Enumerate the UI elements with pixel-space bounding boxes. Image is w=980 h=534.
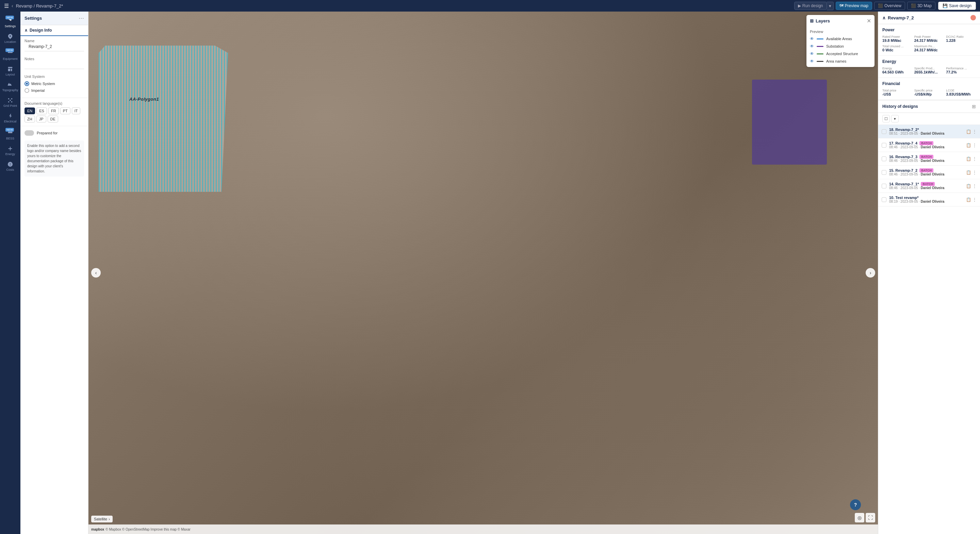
- left-sidebar: NEW Settings Location NEW Equipment Layo…: [0, 11, 21, 267]
- sidebar-item-bess[interactable]: NEW BESS: [2, 127, 19, 142]
- language-section: Document language(s) EN ES FR PT IT ZH J…: [21, 99, 88, 124]
- svg-point-3: [8, 101, 10, 103]
- menu-icon[interactable]: ☰: [4, 3, 9, 9]
- prepared-for-toggle[interactable]: [24, 130, 34, 136]
- lang-btn-fr[interactable]: FR: [48, 108, 59, 114]
- settings-title: Settings: [24, 16, 42, 21]
- sidebar-item-topography[interactable]: Topography: [2, 79, 19, 94]
- lang-btn-it[interactable]: IT: [72, 108, 81, 114]
- unit-label: Unit System: [21, 72, 88, 80]
- unit-system-group: Metric System Imperial: [21, 80, 88, 96]
- name-label: Name: [21, 36, 88, 43]
- language-buttons: EN ES FR PT IT ZH JP DE: [24, 108, 84, 122]
- metric-radio[interactable]: Metric System: [24, 81, 84, 86]
- name-field[interactable]: Revamp-7_2: [24, 43, 84, 51]
- polygon-label: AA-Polygon1: [129, 97, 159, 102]
- svg-point-2: [11, 98, 13, 100]
- prepared-for-info: Enable this option to add a second logo …: [24, 140, 84, 176]
- topbar: ☰ ‹ Revamp / Revamp-7_2* ▶ Run design ▾ …: [0, 0, 490, 11]
- prepared-for-row: Prepared for: [21, 127, 88, 138]
- back-icon[interactable]: ‹: [11, 3, 13, 8]
- language-label: Document language(s): [24, 101, 84, 105]
- sidebar-item-electrical[interactable]: Electrical: [2, 111, 19, 125]
- sidebar-item-costs[interactable]: Costs: [2, 159, 19, 173]
- sidebar-item-gridpoint[interactable]: Grid Point: [2, 95, 19, 110]
- prepared-for-label: Prepared for: [37, 131, 57, 135]
- main-layout: NEW Settings Location NEW Equipment Layo…: [0, 11, 490, 267]
- lang-btn-en[interactable]: EN: [24, 108, 35, 114]
- metric-radio-dot[interactable]: [24, 81, 29, 86]
- lang-btn-pt[interactable]: PT: [60, 108, 70, 114]
- settings-header: Settings ⋯: [21, 11, 88, 25]
- imperial-radio-dot[interactable]: [24, 88, 29, 93]
- settings-panel: Settings ⋯ ∧ Design Info Name Revamp-7_2…: [21, 11, 89, 267]
- settings-menu-button[interactable]: ⋯: [79, 15, 84, 21]
- sidebar-item-equipment[interactable]: NEW Equipment: [2, 47, 19, 63]
- lang-btn-zh[interactable]: ZH: [24, 116, 35, 122]
- sidebar-item-location[interactable]: Location: [2, 31, 19, 46]
- topbar-left: ☰ ‹ Revamp / Revamp-7_2*: [4, 3, 490, 9]
- imperial-radio[interactable]: Imperial: [24, 88, 84, 93]
- notes-field[interactable]: [24, 62, 84, 69]
- lang-btn-es[interactable]: ES: [37, 108, 47, 114]
- sidebar-item-energy[interactable]: Energy: [2, 143, 19, 158]
- sidebar-item-settings[interactable]: NEW Settings: [2, 14, 19, 30]
- breadcrumb: Revamp / Revamp-7_2*: [16, 3, 63, 8]
- sidebar-item-layout[interactable]: Layout: [2, 64, 19, 78]
- solar-polygon: [99, 46, 228, 192]
- design-info-header[interactable]: ∧ Design Info: [21, 25, 88, 36]
- map-area[interactable]: AA-Polygon1 ‹ › ⊞ Layers ✕ Preview 👁 Ava…: [89, 11, 490, 267]
- lang-btn-jp[interactable]: JP: [37, 116, 46, 122]
- svg-point-5: [10, 100, 11, 101]
- lang-btn-de[interactable]: DE: [48, 116, 58, 122]
- svg-point-1: [8, 98, 10, 100]
- chevron-up-icon: ∧: [24, 28, 27, 33]
- notes-label: Notes: [21, 54, 88, 62]
- svg-point-4: [11, 101, 13, 103]
